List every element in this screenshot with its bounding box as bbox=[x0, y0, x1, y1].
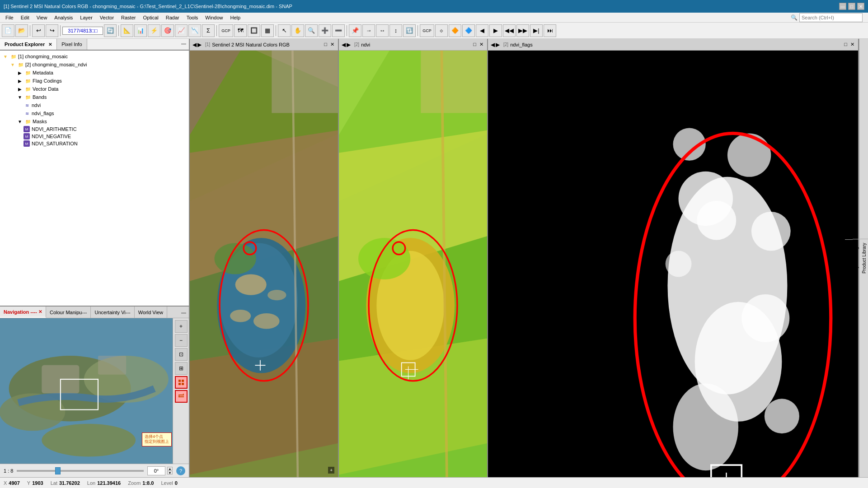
product-library-tab[interactable]: Product Library bbox=[860, 239, 868, 277]
viewer2-canvas[interactable] bbox=[339, 51, 487, 477]
arrow-tool-2[interactable]: ↔ bbox=[376, 24, 389, 37]
scale-slider[interactable] bbox=[17, 470, 144, 472]
viewer2-maximize[interactable]: □ bbox=[472, 42, 477, 47]
mask-manager-tab[interactable]: Mask Manager bbox=[845, 239, 853, 277]
tree-item-ndvi-flags[interactable]: ≋ ndvi_flags bbox=[2, 109, 187, 117]
menu-edit[interactable]: Edit bbox=[17, 14, 33, 21]
tree-item-ndvi-saturation[interactable]: M NDVI_SATURATION bbox=[2, 140, 187, 147]
nav-tab-colour[interactable]: Colour Manipu--- bbox=[46, 307, 91, 318]
tree-item-flag-codings[interactable]: ▶ 📁 Flag Codings bbox=[2, 77, 187, 85]
menu-window[interactable]: Window bbox=[202, 14, 226, 21]
tool-12[interactable]: 🔷 bbox=[462, 24, 475, 37]
rotation-down-button[interactable]: ▼ bbox=[167, 471, 173, 474]
tool-14[interactable]: ▶ bbox=[489, 24, 502, 37]
pointer-tool[interactable]: ↖ bbox=[278, 24, 291, 37]
product-explorer-tab[interactable]: Product Explorer ✕ bbox=[0, 39, 57, 50]
menu-file[interactable]: File bbox=[2, 14, 17, 21]
scale-thumb[interactable] bbox=[55, 467, 61, 474]
viewer2-prev[interactable]: ◀ bbox=[342, 42, 346, 48]
pin-tool[interactable]: 📌 bbox=[349, 24, 361, 37]
menu-vector[interactable]: Vector bbox=[96, 14, 117, 21]
viewer3-close[interactable]: ✕ bbox=[849, 42, 855, 47]
pixel-info-tab[interactable]: Pixel Info bbox=[57, 39, 87, 50]
nav-zoom-out-button[interactable]: − bbox=[175, 334, 188, 347]
tree-item-ndvi[interactable]: ≋ ndvi bbox=[2, 101, 187, 109]
menu-help[interactable]: Help bbox=[226, 14, 244, 21]
viewer2-close[interactable]: ✕ bbox=[479, 42, 484, 47]
zoom-minus-tool[interactable]: ➖ bbox=[332, 24, 345, 37]
tree-item-ndvi-arithmetic[interactable]: M NDVI_ARITHMETIC bbox=[2, 125, 187, 133]
tree-item-vector-data[interactable]: ▶ 📁 Vector Data bbox=[2, 85, 187, 93]
tool-1[interactable]: 📐 bbox=[121, 24, 133, 37]
tool-8[interactable]: 🗺 bbox=[234, 24, 247, 37]
viewer3-prev[interactable]: ◀ bbox=[491, 42, 495, 48]
nav-tab-uncertainty[interactable]: Uncertainty Vi--- bbox=[91, 307, 134, 318]
tree-item-chongming-ndvi[interactable]: ▼ 📁 [2] chongming_mosaic_ndvi bbox=[2, 60, 187, 69]
arrow-tool-1[interactable]: → bbox=[362, 24, 375, 37]
zoom-plus-tool[interactable]: ➕ bbox=[319, 24, 331, 37]
menu-layer[interactable]: Layer bbox=[76, 14, 96, 21]
nav-sync-button[interactable] bbox=[175, 376, 188, 389]
tool-16[interactable]: ▶▶ bbox=[516, 24, 529, 37]
new-button[interactable]: 📄 bbox=[2, 24, 14, 37]
gcp-button[interactable]: GCP bbox=[219, 24, 233, 37]
arrow-tool-3[interactable]: ↕ bbox=[389, 24, 402, 37]
menu-view[interactable]: View bbox=[33, 14, 51, 21]
viewer3-maximize[interactable]: □ bbox=[843, 42, 848, 47]
tool-3[interactable]: ⚡ bbox=[148, 24, 160, 37]
tool-10[interactable]: ▦ bbox=[261, 24, 274, 37]
nav-tab-navigation-close[interactable]: ✕ bbox=[38, 309, 42, 314]
menu-raster[interactable]: Raster bbox=[117, 14, 139, 21]
nav-tab-worldview[interactable]: World View bbox=[135, 307, 167, 318]
tree-item-masks[interactable]: ▼ 📁 Masks bbox=[2, 117, 187, 125]
viewer2-next[interactable]: ▶ bbox=[347, 42, 351, 48]
menu-tools[interactable]: Tools bbox=[183, 14, 202, 21]
redo-button[interactable]: ↪ bbox=[46, 24, 58, 37]
viewer3-canvas[interactable] bbox=[488, 51, 858, 477]
tool-15[interactable]: ◀◀ bbox=[503, 24, 516, 37]
pan-tool[interactable]: ✋ bbox=[291, 24, 304, 37]
viewer1-close[interactable]: ✕ bbox=[329, 42, 335, 47]
close-button[interactable]: ✕ bbox=[857, 3, 864, 10]
tool-2[interactable]: 📊 bbox=[134, 24, 147, 37]
gcp-tool-2[interactable]: GCP bbox=[420, 24, 434, 37]
tree-item-metadata[interactable]: ▶ 📁 Metadata bbox=[2, 69, 187, 77]
rotation-up-button[interactable]: ▲ bbox=[167, 467, 173, 470]
nav-fit-button[interactable]: ⊡ bbox=[175, 348, 188, 361]
tool-4[interactable]: 🎯 bbox=[161, 24, 174, 37]
maximize-button[interactable]: □ bbox=[848, 3, 855, 10]
nav-tab-navigation[interactable]: Navigation ---- ✕ bbox=[0, 307, 46, 318]
viewer1-maximize[interactable]: □ bbox=[323, 42, 328, 47]
tool-9[interactable]: 🔲 bbox=[248, 24, 260, 37]
nav-sync2-button[interactable] bbox=[175, 390, 188, 403]
rotate-tool[interactable]: 🔃 bbox=[403, 24, 416, 37]
tool-11[interactable]: 🔶 bbox=[449, 24, 461, 37]
tool-18[interactable]: ⏭ bbox=[544, 24, 556, 37]
tool-17[interactable]: ▶| bbox=[530, 24, 543, 37]
tree-item-ndvi-negative[interactable]: M NDVI_NEGATIVE bbox=[2, 133, 187, 140]
tree-item-bands[interactable]: ▼ 📁 Bands bbox=[2, 93, 187, 101]
refresh-button[interactable]: 🔄 bbox=[104, 24, 117, 37]
undo-button[interactable]: ↩ bbox=[32, 24, 45, 37]
tool-6[interactable]: 📉 bbox=[188, 24, 201, 37]
help-button[interactable]: ? bbox=[176, 466, 185, 475]
open-button[interactable]: 📂 bbox=[15, 24, 28, 37]
tool-5[interactable]: 📈 bbox=[175, 24, 188, 37]
viewer1-prev[interactable]: ◀ bbox=[192, 42, 197, 48]
product-explorer-close[interactable]: ✕ bbox=[48, 42, 52, 47]
menu-optical[interactable]: Optical bbox=[139, 14, 162, 21]
menu-radar[interactable]: Radar bbox=[162, 14, 183, 21]
search-input[interactable] bbox=[799, 13, 863, 22]
menu-analysis[interactable]: Analysis bbox=[51, 14, 76, 21]
tool-7[interactable]: Σ bbox=[202, 24, 215, 37]
layer-manager-tab[interactable]: Layer Manager bbox=[853, 239, 860, 277]
minimize-button[interactable]: — bbox=[839, 3, 846, 10]
nav-full-button[interactable]: ⊞ bbox=[175, 362, 188, 375]
nav-panel-minimize-button[interactable]: — bbox=[178, 308, 189, 316]
rotation-input[interactable] bbox=[147, 466, 165, 475]
nav-zoom-in-button[interactable]: + bbox=[175, 320, 188, 333]
explorer-minimize-button[interactable]: — bbox=[178, 39, 189, 50]
warp-tool[interactable]: ⟐ bbox=[435, 24, 448, 37]
viewer1-canvas[interactable]: + bbox=[190, 51, 338, 477]
zoom-in-tool[interactable]: 🔍 bbox=[305, 24, 318, 37]
